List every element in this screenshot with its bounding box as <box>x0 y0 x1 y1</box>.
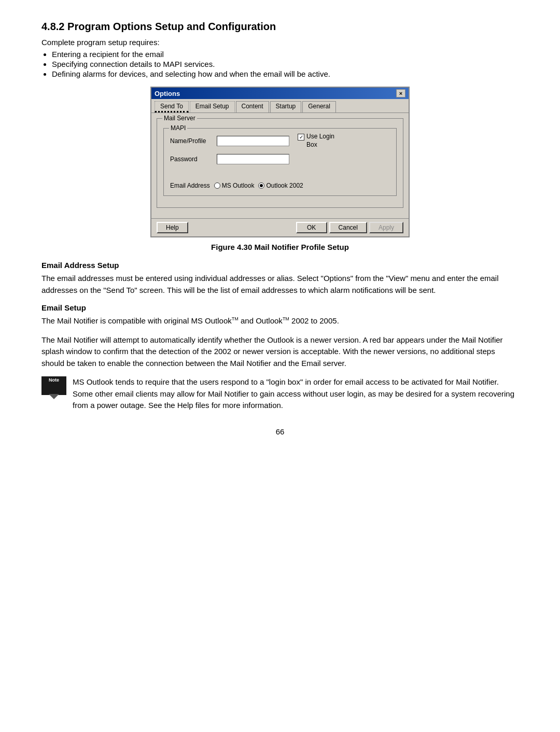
password-label: Password <box>170 156 217 163</box>
ok-button[interactable]: OK <box>296 222 327 233</box>
note-icon: Note <box>41 376 66 395</box>
note-text: MS Outlook tends to require that the use… <box>73 376 519 412</box>
bullet-item-1: Entering a recipient for the email <box>52 50 519 59</box>
mapi-group: MAPI Name/Profile ✓ Use LoginBox Passwor… <box>163 128 397 196</box>
use-login-box-row: ✓ Use LoginBox <box>298 133 334 149</box>
note-icon-wrapper: Note <box>41 376 66 395</box>
mapi-label: MAPI <box>169 124 187 132</box>
help-button[interactable]: Help <box>157 222 188 233</box>
use-login-label: Use LoginBox <box>306 133 334 149</box>
dialog-wrapper: Options × Send To Email Setup Content St… <box>41 87 519 237</box>
email-setup-para1: The Mail Notifier is compatible with ori… <box>41 315 519 327</box>
tab-send-to[interactable]: Send To <box>155 101 189 112</box>
note-icon-label: Note <box>49 377 59 383</box>
tab-content[interactable]: Content <box>236 101 269 112</box>
ms-outlook-radio-group: MS Outlook <box>214 182 255 189</box>
ms-outlook-radio[interactable] <box>214 182 220 189</box>
password-input[interactable] <box>217 154 289 164</box>
dialog-tabs: Send To Email Setup Content Startup Gene… <box>151 99 409 113</box>
email-address-setup-text: The email addresses must be entered usin… <box>41 273 519 296</box>
page-number: 66 <box>41 427 519 436</box>
ms-outlook-label: MS Outlook <box>222 182 255 189</box>
email-address-label: Email Address <box>170 182 210 189</box>
note-box: Note MS Outlook tends to require that th… <box>41 376 519 412</box>
email-address-setup-heading: Email Address Setup <box>41 261 519 270</box>
email-address-row: Email Address MS Outlook Outlook 2002 <box>170 182 390 189</box>
outlook-2002-radio-group: Outlook 2002 <box>258 182 303 189</box>
name-profile-input[interactable] <box>217 136 289 146</box>
note-icon-arrow <box>49 394 59 399</box>
password-row: Password <box>170 154 390 164</box>
mail-server-label: Mail Server <box>162 115 197 122</box>
outlook-2002-label: Outlook 2002 <box>266 182 303 189</box>
outlook-2002-radio[interactable] <box>258 182 264 189</box>
bullet-list: Entering a recipient for the email Speci… <box>52 50 519 78</box>
bullet-item-3: Defining alarms for devices, and selecti… <box>52 69 519 78</box>
options-dialog: Options × Send To Email Setup Content St… <box>150 87 410 237</box>
dialog-content: Mail Server MAPI Name/Profile ✓ Use Logi… <box>151 113 409 218</box>
tab-general[interactable]: General <box>302 101 336 112</box>
figure-caption: Figure 4.30 Mail Notifier Profile Setup <box>41 243 519 251</box>
cancel-button[interactable]: Cancel <box>329 222 367 233</box>
tab-email-setup[interactable]: Email Setup <box>190 101 235 112</box>
section-heading: 4.8.2 Program Options Setup and Configur… <box>41 21 519 33</box>
bullet-item-2: Specifying connection details to MAPI se… <box>52 60 519 68</box>
name-profile-row: Name/Profile ✓ Use LoginBox <box>170 133 390 149</box>
mail-server-group: Mail Server MAPI Name/Profile ✓ Use Logi… <box>157 118 403 208</box>
email-setup-para2: The Mail Notifier will attempt to automa… <box>41 334 519 370</box>
dialog-titlebar: Options × <box>151 88 409 99</box>
intro-text: Complete program setup requires: <box>41 38 519 47</box>
dialog-close-button[interactable]: × <box>396 89 405 97</box>
dialog-footer: Help OK Cancel Apply <box>151 218 409 236</box>
email-setup-heading: Email Setup <box>41 303 519 312</box>
tab-startup[interactable]: Startup <box>270 101 302 112</box>
apply-button[interactable]: Apply <box>369 222 403 233</box>
dialog-title: Options <box>155 90 180 97</box>
name-profile-label: Name/Profile <box>170 137 217 145</box>
use-login-checkbox[interactable]: ✓ <box>298 134 304 140</box>
